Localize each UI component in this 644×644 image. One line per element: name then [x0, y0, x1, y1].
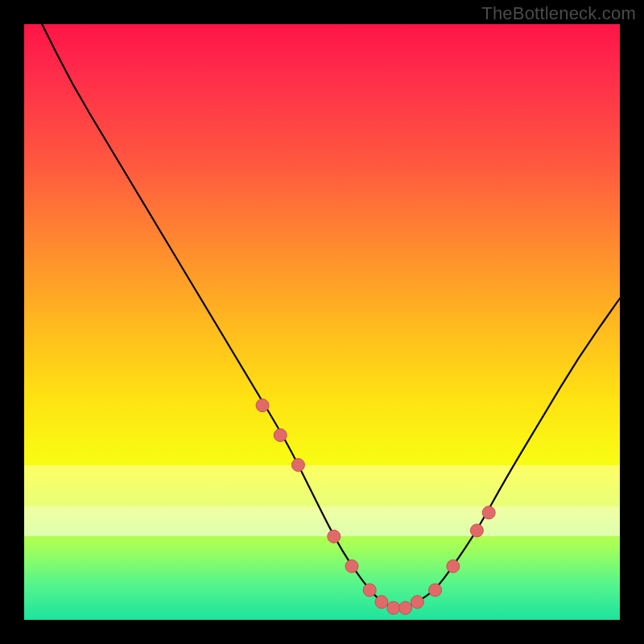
watermark-text: TheBottleneck.com [481, 3, 636, 24]
highlight-dot [411, 596, 423, 609]
highlight-dot [399, 601, 412, 614]
chart-stage: TheBottleneck.com [0, 0, 644, 644]
curve-svg [24, 24, 620, 620]
highlight-dot [274, 429, 287, 442]
highlight-dot [375, 596, 388, 609]
highlight-dot [256, 399, 269, 412]
highlight-dot [291, 459, 304, 472]
plot-area [24, 24, 620, 620]
highlight-dot [482, 506, 495, 519]
highlight-dot [447, 559, 460, 572]
highlight-dot [470, 524, 483, 537]
highlight-dot [328, 530, 341, 543]
bottleneck-curve [42, 24, 620, 608]
highlight-dot [387, 601, 400, 614]
highlight-dot [363, 584, 376, 597]
highlight-dot [345, 559, 358, 572]
highlight-dot [429, 584, 442, 597]
highlight-dots [256, 399, 495, 615]
